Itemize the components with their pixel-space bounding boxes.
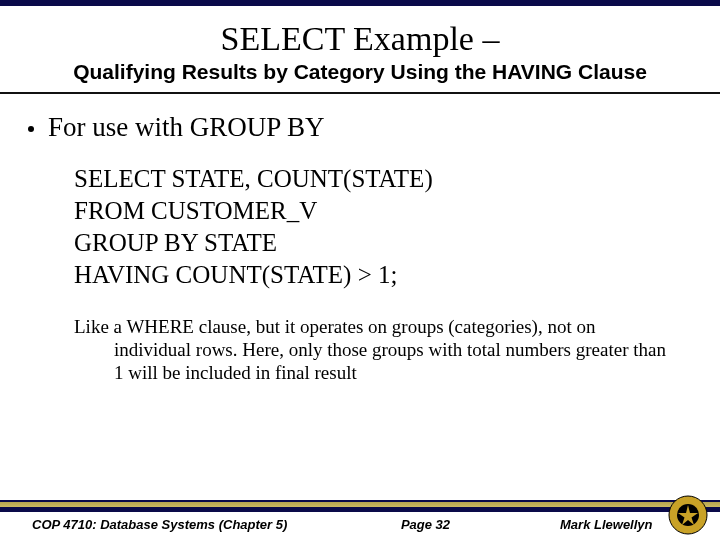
content-area: For use with GROUP BY SELECT STATE, COUN… [0,94,720,385]
footer-accent-bar [0,500,720,512]
bullet-dot-icon [28,126,34,132]
code-line: HAVING COUNT(STATE) > 1; [74,259,692,291]
footer-course: COP 4710: Database Systems (Chapter 5) [32,517,340,532]
footer: COP 4710: Database Systems (Chapter 5) P… [0,498,720,532]
footer-text-row: COP 4710: Database Systems (Chapter 5) P… [0,517,720,532]
bullet-item: For use with GROUP BY [28,112,692,143]
ucf-logo-icon [668,495,708,535]
slide-main-title: SELECT Example – [20,20,700,58]
bullet-text: For use with GROUP BY [48,112,325,143]
code-line: GROUP BY STATE [74,227,692,259]
footer-page: Page 32 [340,517,510,532]
code-line: FROM CUSTOMER_V [74,195,692,227]
explanation-text: Like a WHERE clause, but it operates on … [74,315,672,385]
title-area: SELECT Example – Qualifying Results by C… [0,6,720,94]
code-line: SELECT STATE, COUNT(STATE) [74,163,692,195]
sql-code-block: SELECT STATE, COUNT(STATE) FROM CUSTOMER… [74,163,692,291]
slide-subtitle: Qualifying Results by Category Using the… [20,60,700,84]
